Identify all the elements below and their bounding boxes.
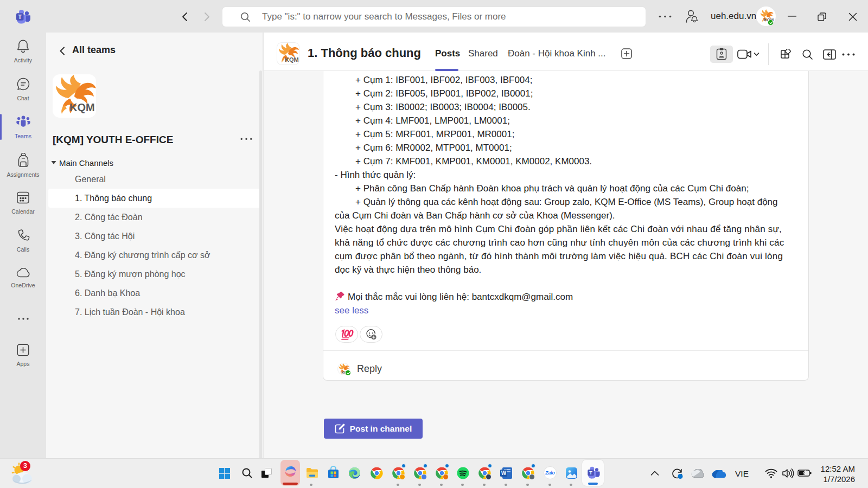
svg-text:W: W [501, 470, 507, 476]
svg-text:T: T [589, 470, 592, 476]
svg-text:T: T [18, 14, 22, 20]
svg-text:KQM: KQM [69, 101, 95, 113]
svg-text:KQM: KQM [285, 56, 299, 63]
